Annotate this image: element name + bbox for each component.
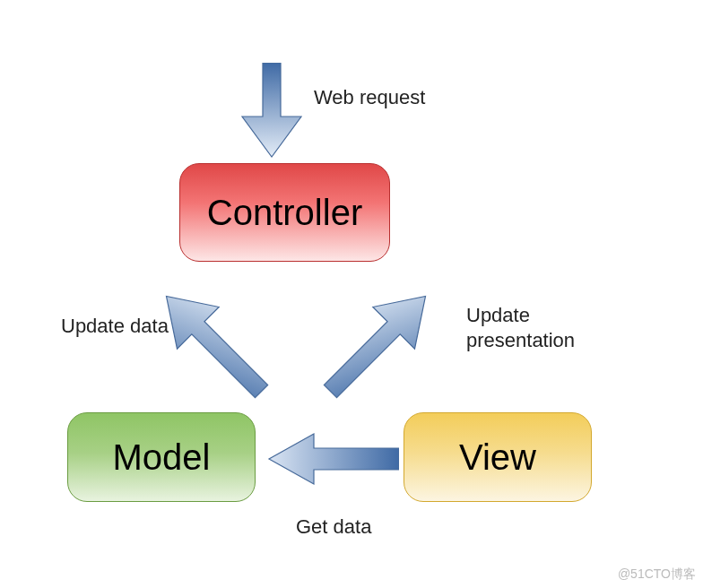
model-node: Model [67, 412, 256, 502]
view-label: View [459, 437, 536, 478]
watermark: @51CTO博客 [618, 566, 696, 583]
controller-label: Controller [207, 193, 362, 233]
model-label: Model [113, 437, 211, 478]
update-presentation-line1: Update [466, 304, 530, 326]
update-presentation-label: Update presentation [466, 303, 575, 352]
update-data-label: Update data [61, 314, 169, 339]
controller-node: Controller [179, 163, 390, 262]
arrow-update-presentation-icon [314, 269, 448, 412]
get-data-label: Get data [296, 514, 371, 540]
view-node: View [404, 412, 592, 502]
arrow-get-data-icon [265, 432, 399, 486]
web-request-label: Web request [314, 85, 425, 110]
arrow-update-data-icon [143, 269, 278, 412]
update-presentation-line2: presentation [466, 329, 575, 351]
arrow-web-request-icon [240, 63, 303, 161]
